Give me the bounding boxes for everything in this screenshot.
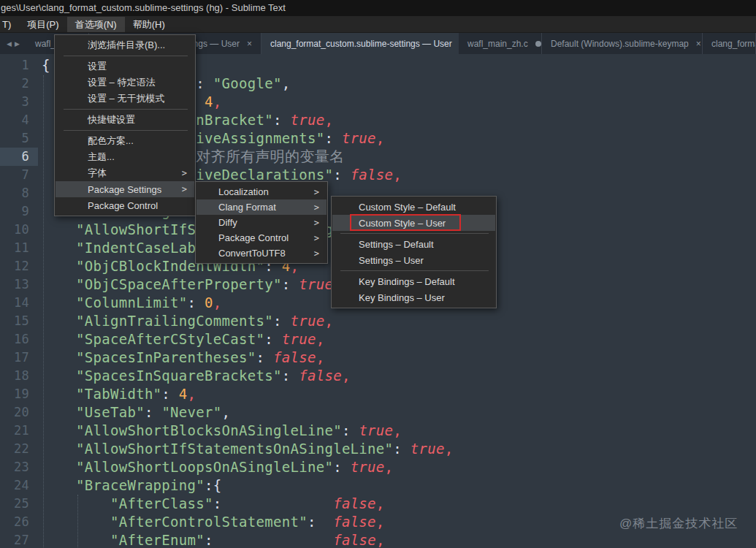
tab-nav-back-icon[interactable]: ◀ [7, 40, 12, 47]
menu-item-label: Key Bindings – User [359, 292, 445, 303]
line-number: 14 [0, 294, 38, 312]
submenu-arrow-icon: > [314, 218, 319, 228]
line-source: "AllowShortBlocksOnASingleLine": true, [38, 422, 402, 440]
indent-guide [77, 495, 78, 548]
menu-item-label: Custom Style – User [359, 218, 446, 229]
line-source: "TabWidth": 4, [38, 385, 196, 403]
menu-separator [64, 109, 188, 110]
tab-close-icon[interactable]: × [696, 39, 701, 49]
clang-format-submenu: Custom Style – DefaultCustom Style – Use… [331, 196, 497, 308]
menu-item-label: 主题... [88, 151, 115, 164]
line-number: 10 [0, 221, 38, 239]
watermark-text: @稀土掘金技术社区 [619, 515, 738, 532]
dirty-indicator-icon [535, 41, 541, 47]
menu-item-package-control[interactable]: Package Control> [196, 230, 327, 246]
tab-wafl-main-zh-c[interactable]: wafl_main_zh.c [459, 33, 542, 54]
menu-item-item[interactable]: 设置 [56, 58, 194, 75]
menu-item-item[interactable]: 主题... [56, 149, 194, 165]
line-number: 20 [0, 403, 38, 422]
menubar-item-n[interactable]: 首选项(N) [67, 17, 125, 32]
line-source: "AfterEnum": false, [38, 531, 385, 548]
line-number: 17 [0, 349, 38, 367]
code-line-19[interactable]: 19 "TabWidth": 4, [0, 385, 756, 403]
menu-item-label: Package Control [88, 200, 158, 211]
code-line-15[interactable]: 15 "AlignTrailingComments": true, [0, 312, 756, 330]
menu-item-label: 字体 [88, 167, 107, 180]
line-number: 3 [0, 93, 38, 111]
line-number: 5 [0, 129, 38, 148]
menu-item-label: Settings – User [359, 255, 424, 266]
menu-item-diffy[interactable]: Diffy> [196, 215, 327, 230]
menu-item-item[interactable]: 设置 – 无干扰模式 [56, 91, 194, 107]
line-number: 22 [0, 440, 38, 458]
tab-nav-forward-icon[interactable]: ▶ [15, 40, 20, 47]
menu-item-b[interactable]: 浏览插件目录(B)... [56, 37, 194, 53]
line-number: 26 [0, 513, 38, 531]
menu-item-custom-style-user[interactable]: Custom Style – User [332, 215, 495, 231]
code-line-17[interactable]: 17 "SpacesInParentheses": false, [0, 349, 756, 367]
line-number: 24 [0, 476, 38, 495]
menu-item-package-control[interactable]: Package Control [56, 197, 194, 213]
tab-label: ings — User [191, 39, 240, 49]
menu-item-label: Localization [218, 186, 269, 197]
code-line-23[interactable]: 23 "AllowShortLoopsOnASingleLine": true, [0, 458, 756, 476]
menubar-item-p[interactable]: 项目(P) [19, 17, 66, 32]
code-line-22[interactable]: 22 "AllowShortIfStatementsOnASingleLine"… [0, 440, 756, 458]
code-line-20[interactable]: 20 "UseTab": "Never", [0, 403, 756, 422]
submenu-arrow-icon: > [314, 233, 319, 243]
submenu-arrow-icon: > [314, 187, 319, 197]
menu-item-key-bindings-default[interactable]: Key Bindings – Default [332, 273, 495, 289]
menu-separator [64, 56, 188, 56]
code-line-27[interactable]: 27 "AfterEnum": false, [0, 531, 756, 548]
menu-item-label: 浏览插件目录(B)... [88, 39, 165, 52]
line-source: "ColumnLimit": 0, [38, 294, 222, 312]
line-source: "AfterControlStatement": false, [38, 513, 385, 531]
submenu-arrow-icon: > [314, 202, 319, 213]
menu-item-key-bindings-user[interactable]: Key Bindings – User [332, 289, 495, 305]
line-number: 27 [0, 531, 38, 548]
menu-item-settings-user[interactable]: Settings – User [332, 252, 495, 268]
menubar-item-t[interactable]: T) [0, 17, 19, 32]
menu-item-custom-style-default[interactable]: Custom Style – Default [332, 199, 495, 215]
tab-default-windows-sublime-keymap[interactable]: Default (Windows).sublime-keymap× [542, 33, 703, 54]
code-line-24[interactable]: 24 "BraceWrapping":{ [0, 476, 756, 495]
line-source: "AfterClass": false, [38, 495, 385, 513]
tab-label: wafl_main_zh.c [467, 39, 528, 49]
menu-item-clang-format[interactable]: Clang Format> [196, 199, 327, 215]
line-source: "ObjCSpaceAfterProperty": true, [38, 275, 342, 294]
window-title: ges\User\clang_format_custom.sublime-set… [0, 0, 756, 16]
line-number: 2 [0, 75, 38, 93]
line-number: 7 [0, 166, 38, 184]
line-number: 13 [0, 275, 38, 294]
menu-item-localization[interactable]: Localization> [196, 184, 327, 199]
menu-item-label: ConvertToUTF8 [218, 248, 286, 259]
menu-item-settings-default[interactable]: Settings – Default [332, 236, 495, 252]
menu-item-item[interactable]: 配色方案... [56, 133, 194, 149]
menu-separator [64, 130, 188, 131]
tab-close-icon[interactable]: × [247, 39, 252, 49]
package-settings-submenu: Localization>Clang Format>Diffy>Package … [195, 181, 328, 264]
line-source: "SpacesInParentheses": false, [38, 349, 324, 367]
code-line-21[interactable]: 21 "AllowShortBlocksOnASingleLine": true… [0, 422, 756, 440]
tab-clang-format[interactable]: clang_format_ [703, 33, 756, 54]
line-number: 18 [0, 367, 38, 385]
menu-item-converttoutf8[interactable]: ConvertToUTF8> [196, 246, 327, 261]
code-line-25[interactable]: 25 "AfterClass": false, [0, 495, 756, 513]
line-source: "AlignTrailingComments": true, [38, 312, 333, 330]
line-number: 1 [0, 56, 38, 75]
menubar-item-h[interactable]: 帮助(H) [125, 17, 173, 32]
menu-item-package-settings[interactable]: Package Settings> [56, 181, 194, 197]
code-line-18[interactable]: 18 "SpacesInSquareBrackets": false, [0, 367, 756, 385]
line-number: 25 [0, 495, 38, 513]
tab-label: clang_format_ [711, 39, 756, 49]
code-line-16[interactable]: 16 "SpaceAfterCStyleCast": true, [0, 330, 756, 349]
submenu-arrow-icon: > [182, 168, 187, 178]
line-number: 23 [0, 458, 38, 476]
line-number: 4 [0, 111, 38, 129]
menu-item-item[interactable]: 字体> [56, 165, 194, 181]
line-number: 11 [0, 239, 38, 257]
menu-item-item[interactable]: 快捷键设置 [56, 112, 194, 128]
menu-item-item[interactable]: 设置 – 特定语法 [56, 75, 194, 91]
line-number: 12 [0, 257, 38, 275]
tab-clang-format-custom-sublime-settings-user[interactable]: clang_format_custom.sublime-settings — U… [261, 33, 459, 54]
